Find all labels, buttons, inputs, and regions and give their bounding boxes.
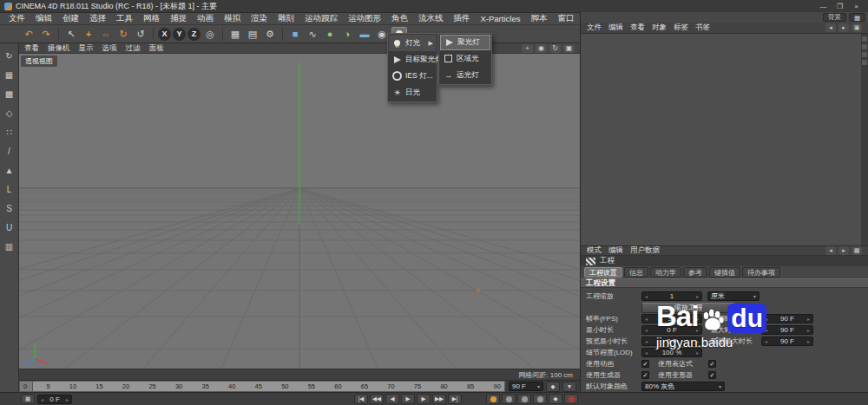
toggle-views-icon[interactable]: ▣	[563, 44, 575, 53]
rotate-tool-icon[interactable]	[115, 27, 131, 42]
minimize-button[interactable]: —	[816, 1, 831, 11]
menu-render[interactable]: 渲染	[246, 13, 273, 24]
previous-key-button[interactable]	[370, 394, 384, 404]
record-parameter-button[interactable]: ◆	[549, 394, 562, 404]
menu-snap[interactable]: 捕捉	[165, 13, 192, 24]
render-to-picture-icon[interactable]	[245, 27, 260, 42]
tab-info[interactable]: 信息	[624, 267, 648, 278]
coordinate-system-icon[interactable]	[202, 27, 218, 42]
menu-item-light[interactable]: 灯光 ▶	[389, 35, 436, 51]
close-button[interactable]: ×	[849, 1, 864, 11]
om-menu-objects[interactable]: 对象	[652, 23, 667, 33]
spline-pen-icon[interactable]	[305, 27, 320, 42]
enable-snap-icon[interactable]: U	[2, 221, 16, 234]
am-forward-icon[interactable]: ▸	[838, 246, 849, 255]
locked-workplane-icon[interactable]: ▥	[2, 240, 16, 253]
make-editable-icon[interactable]: ↻	[2, 49, 16, 62]
lock-x-axis-button[interactable]: X	[158, 28, 171, 41]
preview-min-field[interactable]: ◂0 F▸	[641, 336, 702, 346]
record-rotation-button[interactable]	[533, 394, 547, 404]
timeline-ruler[interactable]: 0 5 10 15 20 25 30 35 40 45 50 55 60 65 …	[19, 381, 505, 392]
add-cube-icon[interactable]	[287, 27, 303, 42]
project-duration-field[interactable]: ◂90 F▸	[761, 314, 813, 323]
am-menu-userdata[interactable]: 用户数据	[630, 245, 660, 256]
autokey-button[interactable]	[564, 394, 578, 404]
menu-item-target-spotlight[interactable]: 目标聚光灯	[389, 51, 436, 68]
project-scale-unit-select[interactable]: 厘米▾	[707, 291, 760, 301]
menu-motion-tracker[interactable]: 运动跟踪	[299, 13, 343, 24]
menu-create[interactable]: 创建	[57, 13, 84, 24]
panel-tab-icon[interactable]	[862, 52, 867, 57]
edges-mode-icon[interactable]: /	[2, 145, 16, 158]
viewport-solo-icon[interactable]: S	[2, 202, 16, 215]
rotate-view-icon[interactable]: ↻	[549, 44, 561, 53]
use-animation-checkbox[interactable]	[641, 360, 649, 368]
symmetry-generator-icon[interactable]	[339, 27, 355, 42]
maximize-button[interactable]: ❐	[832, 1, 847, 11]
points-mode-icon[interactable]: ∷	[2, 126, 16, 139]
vp-menu-display[interactable]: 显示	[79, 43, 94, 54]
redo-icon[interactable]	[38, 27, 54, 42]
menu-mograph[interactable]: 运动图形	[343, 13, 386, 24]
menu-edit[interactable]: 编辑	[30, 13, 57, 24]
fps-field[interactable]: ◂30▸	[641, 314, 702, 323]
subdivision-surface-icon[interactable]	[322, 27, 338, 42]
enable-axis-icon[interactable]: L	[2, 183, 16, 196]
tab-project-settings[interactable]: 工程设置	[584, 267, 622, 278]
use-generators-checkbox[interactable]	[641, 371, 649, 379]
vp-menu-panel[interactable]: 面板	[149, 43, 164, 54]
record-scale-button[interactable]	[517, 394, 531, 404]
om-menu-view[interactable]: 查看	[630, 23, 645, 33]
om-back-icon[interactable]: ◂	[825, 23, 836, 32]
tab-referencing[interactable]: 参考	[683, 267, 707, 278]
tab-todo[interactable]: 待办事项	[742, 267, 780, 278]
use-expressions-checkbox[interactable]	[708, 360, 716, 368]
tab-dynamics[interactable]: 动力学	[650, 267, 681, 278]
menu-item-infinite-light[interactable]: 远光灯	[440, 67, 490, 83]
zoom-view-icon[interactable]: ◉	[536, 44, 547, 53]
project-scale-field[interactable]: ◂1▸	[641, 291, 702, 301]
last-tool-icon[interactable]	[133, 27, 148, 42]
move-tool-icon[interactable]	[81, 27, 96, 42]
preview-max-field[interactable]: ◂90 F▸	[761, 336, 813, 346]
polygons-mode-icon[interactable]: ▲	[2, 164, 16, 177]
menu-item-sun-light[interactable]: 日光	[389, 84, 436, 101]
vp-menu-options[interactable]: 选项	[102, 43, 117, 54]
undo-icon[interactable]	[21, 27, 36, 42]
menu-window[interactable]: 窗口	[552, 13, 579, 24]
record-position-button[interactable]	[502, 394, 516, 404]
live-selection-icon[interactable]	[63, 27, 79, 42]
menu-character[interactable]: 角色	[386, 13, 413, 24]
menu-script[interactable]: 脚本	[525, 13, 552, 24]
workplane-mode-icon[interactable]: ◇	[2, 107, 16, 120]
min-time-field[interactable]: ◂0 F▸	[641, 325, 702, 335]
goto-start-button[interactable]	[354, 394, 368, 404]
next-key-button[interactable]	[432, 394, 446, 404]
layout-chip[interactable]: 背景	[823, 13, 846, 22]
menu-pipeline[interactable]: 流水线	[413, 13, 449, 24]
play-button[interactable]	[401, 394, 415, 404]
menu-sculpt[interactable]: 雕刻	[273, 13, 299, 24]
previous-frame-button[interactable]	[385, 394, 399, 404]
am-menu-edit[interactable]: 编辑	[608, 245, 623, 256]
menu-item-ies-light[interactable]: IES 灯...	[389, 68, 436, 84]
tab-key-interpolation[interactable]: 键插值	[709, 267, 740, 278]
lock-z-axis-button[interactable]: Z	[187, 28, 201, 41]
am-back-icon[interactable]: ◂	[825, 246, 836, 255]
lock-y-axis-button[interactable]: Y	[173, 28, 186, 41]
current-frame-field[interactable]: ◂0 F▸	[37, 395, 72, 404]
om-menu-bookmarks[interactable]: 书签	[695, 23, 710, 33]
menu-plugins[interactable]: 插件	[449, 13, 476, 24]
scale-project-button[interactable]: 缩放工程	[641, 303, 735, 313]
goto-end-button[interactable]	[448, 394, 462, 404]
max-time-field[interactable]: ◂90 F▸	[761, 325, 813, 335]
om-menu-file[interactable]: 文件	[587, 23, 602, 33]
object-list[interactable]	[581, 34, 861, 245]
range-end-field[interactable]: 90 F▾	[509, 382, 543, 391]
panel-tab-icon[interactable]	[862, 36, 867, 42]
next-frame-button[interactable]	[417, 394, 431, 404]
menu-simulate[interactable]: 模拟	[219, 13, 246, 24]
menu-animate[interactable]: 动画	[192, 13, 219, 24]
vp-menu-view[interactable]: 查看	[24, 43, 39, 54]
menu-item-area-light[interactable]: 区域光	[440, 50, 490, 67]
